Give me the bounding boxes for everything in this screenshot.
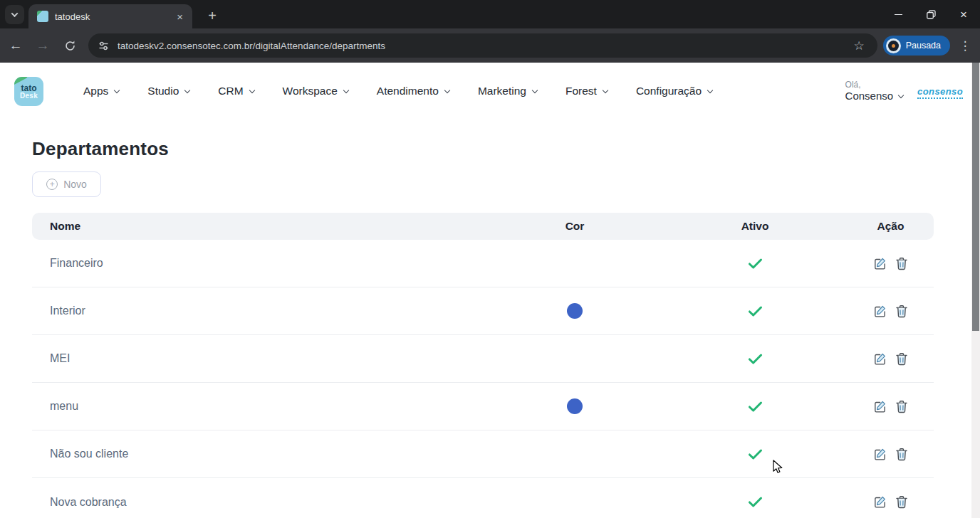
reload-icon: [64, 40, 76, 52]
new-department-button[interactable]: + Novo: [32, 171, 101, 197]
page-scrollbar: [971, 63, 980, 518]
edit-icon: [873, 448, 887, 461]
nav-item-studio[interactable]: Studio: [147, 85, 189, 97]
brand-logo: consenso: [917, 85, 963, 97]
trash-icon: [895, 448, 908, 461]
scrollbar-thumb[interactable]: [972, 63, 979, 331]
app-logo[interactable]: tato Desk: [14, 77, 43, 106]
site-info-button[interactable]: [94, 36, 113, 55]
delete-button[interactable]: [895, 495, 908, 509]
forward-button[interactable]: →: [31, 34, 54, 57]
chevron-down-icon: [532, 87, 538, 92]
chevron-down-icon: [249, 87, 254, 92]
extension-badge-label: Pausada: [906, 41, 941, 51]
close-icon: ×: [960, 9, 967, 21]
back-button[interactable]: ←: [4, 34, 27, 57]
edit-icon: [873, 352, 887, 366]
chevron-down-icon: [707, 87, 713, 92]
active-check-icon: [748, 353, 763, 365]
edit-icon: [873, 257, 887, 270]
tab-close-icon[interactable]: ×: [174, 11, 185, 23]
main-nav: Apps Studio CRM Workspace Atendimento Ma…: [83, 85, 712, 97]
color-dot: [567, 303, 583, 319]
trash-icon: [895, 257, 908, 270]
browser-window: tatodesk × + × ← → tatodeskv2.consensot: [0, 0, 980, 518]
page-title: Departamentos: [32, 138, 948, 160]
edit-button[interactable]: [873, 495, 887, 509]
chevron-down-icon: [114, 87, 120, 92]
table-row: MEI: [32, 335, 934, 383]
nav-item-marketing[interactable]: Marketing: [478, 85, 537, 97]
row-name: Interior: [32, 305, 532, 317]
close-button[interactable]: ×: [947, 0, 980, 28]
browser-titlebar: tatodesk × + ×: [0, 0, 980, 28]
minimize-button[interactable]: [882, 0, 914, 28]
nav-item-configuracao[interactable]: Configuração: [636, 85, 712, 97]
chevron-down-icon: [11, 10, 19, 17]
active-check-icon: [748, 401, 763, 413]
table-row: Não sou cliente: [32, 430, 934, 478]
url-bar[interactable]: tatodeskv2.consensotec.com.br/digitalAtt…: [88, 33, 877, 58]
new-button-label: Novo: [63, 179, 87, 190]
edit-icon: [873, 495, 887, 509]
active-check-icon: [748, 496, 763, 508]
bookmark-star-icon[interactable]: ☆: [848, 38, 870, 53]
delete-button[interactable]: [895, 257, 908, 270]
edit-button[interactable]: [873, 448, 887, 461]
edit-icon: [873, 305, 887, 318]
nav-item-apps[interactable]: Apps: [83, 85, 119, 97]
delete-button[interactable]: [895, 400, 908, 413]
delete-button[interactable]: [895, 305, 908, 318]
trash-icon: [895, 495, 908, 509]
app-header: tato Desk Apps Studio CRM Workspace Aten…: [0, 63, 980, 120]
table-row: menu: [32, 383, 934, 430]
nav-item-forest[interactable]: Forest: [565, 85, 608, 97]
active-check-icon: [748, 258, 763, 270]
restore-button[interactable]: [914, 0, 947, 28]
chevron-down-icon: [603, 87, 608, 92]
column-header-ativo: Ativo: [691, 220, 819, 233]
chevron-down-icon: [444, 87, 450, 92]
row-name: Financeiro: [32, 257, 532, 270]
trash-icon: [895, 400, 908, 413]
user-menu[interactable]: Olá, Consenso: [845, 80, 904, 102]
edit-button[interactable]: [873, 352, 887, 366]
edit-button[interactable]: [873, 400, 887, 413]
trash-icon: [895, 305, 908, 318]
nav-item-atendimento[interactable]: Atendimento: [377, 85, 449, 97]
window-controls: ×: [882, 0, 980, 28]
chevron-down-icon: [184, 87, 190, 92]
edit-button[interactable]: [873, 305, 887, 318]
extension-badge[interactable]: Pausada: [883, 36, 950, 56]
user-greeting: Olá,: [845, 80, 904, 90]
delete-button[interactable]: [895, 448, 908, 461]
tune-icon: [98, 41, 109, 51]
plus-circle-icon: +: [46, 179, 58, 190]
reload-button[interactable]: [58, 34, 81, 57]
browser-menu-icon[interactable]: ⋮: [954, 40, 976, 52]
table-body: Financeiro: [32, 240, 934, 518]
active-check-icon: [748, 448, 763, 460]
table-row: Financeiro: [32, 240, 934, 287]
column-header-nome: Nome: [32, 220, 532, 233]
chevron-down-icon: [898, 92, 904, 97]
browser-tab[interactable]: tatodesk ×: [28, 4, 192, 28]
user-name: Consenso: [845, 90, 894, 102]
page: tato Desk Apps Studio CRM Workspace Aten…: [0, 63, 980, 518]
delete-button[interactable]: [895, 352, 908, 366]
active-check-icon: [748, 305, 763, 317]
chevron-down-icon: [343, 87, 349, 92]
edit-button[interactable]: [873, 257, 887, 270]
minimize-icon: [895, 14, 902, 15]
new-tab-button[interactable]: +: [202, 6, 222, 26]
nav-item-crm[interactable]: CRM: [218, 85, 254, 97]
table-header: Nome Cor Ativo Ação: [32, 213, 934, 240]
row-name: MEI: [32, 352, 532, 365]
row-name: Nova cobrança: [32, 496, 532, 509]
tab-search-button[interactable]: [5, 5, 24, 24]
row-name: menu: [32, 400, 532, 413]
departments-table: Nome Cor Ativo Ação Financeiro: [32, 213, 934, 518]
content: Departamentos + Novo Nome Cor Ativo Ação…: [0, 138, 980, 518]
nav-item-workspace[interactable]: Workspace: [283, 85, 348, 97]
url-text[interactable]: tatodeskv2.consensotec.com.br/digitalAtt…: [118, 41, 848, 51]
